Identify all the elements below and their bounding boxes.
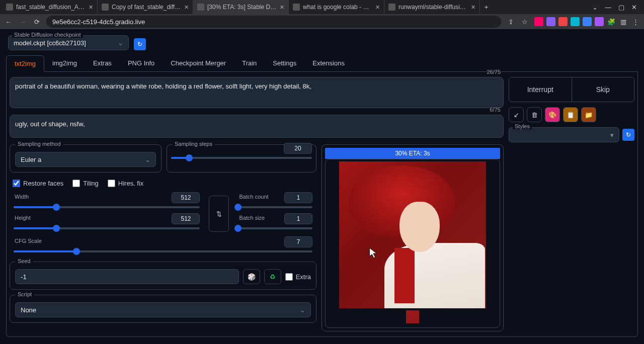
clipboard-icon[interactable]: 📋 xyxy=(563,107,578,122)
tab-extensions[interactable]: Extensions xyxy=(304,55,353,71)
batch-size-value[interactable]: 1 xyxy=(284,213,312,224)
checkbox-row: Restore faces Tiling Hires. fix xyxy=(10,178,316,189)
favicon xyxy=(6,4,13,11)
tab-txt2img[interactable]: txt2img xyxy=(6,55,44,72)
hires-fix-check[interactable]: Hires. fix xyxy=(108,180,144,187)
chevron-down-icon[interactable]: ⌄ xyxy=(592,4,598,11)
field-label: Sampling method xyxy=(15,141,63,147)
reload-button[interactable]: ⟳ xyxy=(32,17,41,26)
cfg-scale-value[interactable]: 7 xyxy=(284,236,312,247)
batch-count-value[interactable]: 1 xyxy=(284,192,312,203)
width-value[interactable]: 512 xyxy=(172,192,200,203)
tab-title: fast_stable_diffusion_AUTOMA xyxy=(16,4,86,11)
chevron-down-icon: ▾ xyxy=(610,131,614,139)
tab-settings[interactable]: Settings xyxy=(265,55,304,71)
close-icon[interactable]: ✕ xyxy=(89,4,93,11)
minimize-icon[interactable]: — xyxy=(605,4,611,11)
sampling-steps-value[interactable]: 20 xyxy=(284,143,312,154)
extension-icon[interactable] xyxy=(595,17,604,26)
close-icon[interactable]: ✕ xyxy=(471,4,475,11)
refresh-styles-button[interactable]: ↻ xyxy=(622,129,634,141)
token-counter: 26/75 xyxy=(487,69,501,75)
generated-image[interactable] xyxy=(339,161,486,308)
field-label: Height xyxy=(15,215,31,221)
browser-tabs: fast_stable_diffusion_AUTOMA✕ Copy of fa… xyxy=(2,0,587,14)
prompt-input[interactable] xyxy=(10,77,504,108)
sampling-steps-field: Sampling steps 20 xyxy=(167,144,316,173)
tiling-check[interactable]: Tiling xyxy=(72,180,99,187)
browser-tab[interactable]: what is google colab - Google✕ xyxy=(289,0,384,14)
tab-pnginfo[interactable]: PNG Info xyxy=(120,55,163,71)
close-icon[interactable]: ✕ xyxy=(184,4,189,11)
restore-faces-check[interactable]: Restore faces xyxy=(13,180,63,187)
chevron-down-icon: ⌄ xyxy=(145,156,150,163)
palette-icon[interactable]: 🎨 xyxy=(545,107,560,122)
interrupt-button[interactable]: Interrupt xyxy=(509,77,572,102)
extension-icon[interactable] xyxy=(571,17,580,26)
tab-train[interactable]: Train xyxy=(234,55,265,71)
field-label: Batch size xyxy=(239,215,265,221)
extension-icon[interactable] xyxy=(534,17,543,26)
url-input[interactable]: 9e5e6cc2-c519-4dc5.gradio.live xyxy=(46,16,501,28)
seed-extra-check[interactable]: Extra xyxy=(285,269,311,284)
tab-img2img[interactable]: img2img xyxy=(44,55,85,71)
tab-checkpoint-merger[interactable]: Checkpoint Merger xyxy=(163,55,234,71)
sampling-method-select[interactable]: Euler a ⌄ xyxy=(15,152,156,167)
refresh-checkpoint-button[interactable]: ↻ xyxy=(134,38,146,50)
script-select[interactable]: None ⌄ xyxy=(15,302,311,317)
check-label: Tiling xyxy=(83,180,99,187)
back-button[interactable]: ← xyxy=(4,17,13,26)
close-icon[interactable]: ✕ xyxy=(631,4,637,11)
script-field: Script None ⌄ xyxy=(10,295,316,323)
maximize-icon[interactable]: ▢ xyxy=(618,4,624,11)
neg-prompt-input[interactable] xyxy=(10,115,504,138)
output-panel: 30% ETA: 3s ✕ xyxy=(321,144,504,331)
close-icon[interactable]: ✕ xyxy=(280,4,284,11)
menu-icon[interactable]: ⋮ xyxy=(631,17,640,26)
height-value[interactable]: 512 xyxy=(172,213,200,224)
trash-icon[interactable]: 🗑 xyxy=(527,107,542,122)
close-icon[interactable]: ✕ xyxy=(375,4,380,11)
arrow-icon[interactable]: ↙ xyxy=(509,107,524,122)
batch-size-slider[interactable] xyxy=(238,227,312,229)
checkpoint-value: model.ckpt [cc6cb27103] xyxy=(14,39,86,47)
height-slider[interactable] xyxy=(14,227,200,229)
sidepanel-icon[interactable]: ▥ xyxy=(619,17,628,26)
browser-tab[interactable]: [30% ETA: 3s] Stable Diffusion✕ xyxy=(193,0,289,14)
extension-icon[interactable] xyxy=(558,17,568,26)
check-label: Extra xyxy=(296,273,311,281)
folder-icon[interactable]: 📁 xyxy=(581,107,596,122)
share-icon[interactable]: ⇪ xyxy=(506,17,515,26)
seed-recycle-button[interactable]: ♻ xyxy=(264,269,281,284)
thumbnail[interactable] xyxy=(406,310,419,323)
script-value: None xyxy=(21,306,36,314)
tab-title: [30% ETA: 3s] Stable Diffusion xyxy=(207,4,277,11)
skip-button[interactable]: Skip xyxy=(572,77,634,102)
puzzle-icon[interactable]: 🧩 xyxy=(607,17,616,26)
thumbnail-row xyxy=(328,308,498,325)
browser-tab[interactable]: Copy of fast_stable_diffusion✕ xyxy=(98,0,193,14)
cfg-scale-slider[interactable] xyxy=(14,250,312,252)
neg-prompt-wrap: 6/75 xyxy=(10,115,504,139)
batch-count-slider[interactable] xyxy=(238,206,312,208)
sampling-steps-slider[interactable] xyxy=(171,157,312,159)
star-icon[interactable]: ☆ xyxy=(520,17,529,26)
styles-select[interactable]: ▾ xyxy=(509,127,619,142)
extension-icon[interactable] xyxy=(546,17,555,26)
swap-dims-button[interactable]: ⇅ xyxy=(209,196,229,232)
seed-random-button[interactable]: 🎲 xyxy=(243,269,260,284)
tab-title: what is google colab - Google xyxy=(303,4,372,11)
chevron-down-icon: ⌄ xyxy=(118,39,123,47)
width-slider[interactable] xyxy=(14,206,200,208)
sampling-method-field: Sampling method Euler a ⌄ xyxy=(10,144,162,173)
browser-tab[interactable]: runwayml/stable-diffusion-v1✕ xyxy=(384,0,480,14)
field-label: Styles xyxy=(513,123,532,129)
seed-input[interactable] xyxy=(15,269,239,284)
browser-tab[interactable]: fast_stable_diffusion_AUTOMA✕ xyxy=(2,0,98,14)
tab-title: Copy of fast_stable_diffusion xyxy=(112,4,181,11)
tab-extras[interactable]: Extras xyxy=(85,55,120,71)
favicon xyxy=(388,4,395,11)
new-tab-button[interactable]: ＋ xyxy=(480,0,492,14)
forward-button[interactable]: → xyxy=(18,17,27,26)
extension-icon[interactable] xyxy=(583,17,592,26)
